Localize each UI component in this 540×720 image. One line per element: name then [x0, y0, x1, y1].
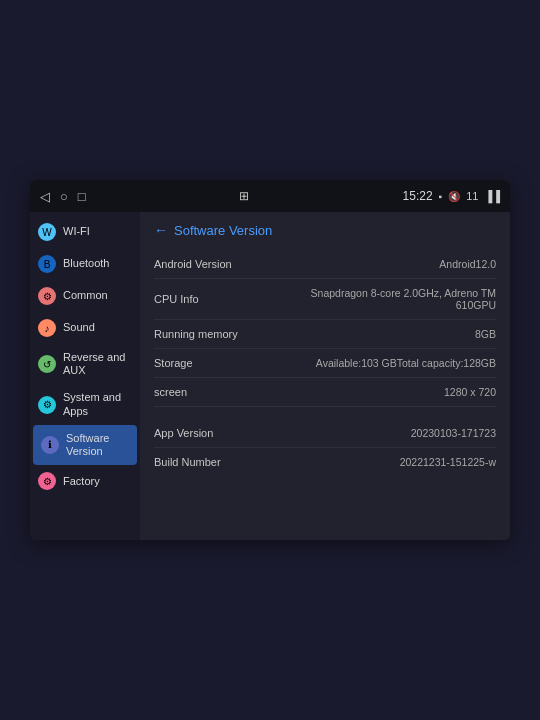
- info-table: Android VersionAndroid12.0CPU InfoSnapdr…: [154, 250, 496, 476]
- sound-label: Sound: [63, 321, 95, 334]
- info-row-android-version: Android VersionAndroid12.0: [154, 250, 496, 279]
- volume-level: 11: [466, 190, 478, 202]
- status-bar-right: 15:22 ▪ 🔇 11 ▐▐: [403, 189, 500, 203]
- common-icon: ⚙: [38, 287, 56, 305]
- content-title: Software Version: [174, 223, 272, 238]
- info-row-cpu-info: CPU InfoSnapdragon 8-core 2.0GHz, Adreno…: [154, 279, 496, 320]
- info-label-1: CPU Info: [154, 293, 244, 305]
- back-nav-button[interactable]: ◁: [40, 189, 50, 204]
- sidebar-item-bluetooth[interactable]: BBluetooth: [30, 248, 140, 280]
- sidebar-item-reverse-aux[interactable]: ↺Reverse and AUX: [30, 344, 140, 384]
- app-switch-icon[interactable]: ⊞: [239, 189, 249, 203]
- reverse-aux-label: Reverse and AUX: [63, 351, 132, 377]
- status-bar: ◁ ○ □ ⊞ 15:22 ▪ 🔇 11 ▐▐: [30, 180, 510, 212]
- sidebar-item-wifi[interactable]: WWI-FI: [30, 216, 140, 248]
- divider-5: [154, 407, 496, 419]
- info-value-6: 20230103-171723: [411, 427, 496, 439]
- info-row-screen: screen1280 x 720: [154, 378, 496, 407]
- content-back-button[interactable]: ←: [154, 222, 168, 238]
- wifi-label: WI-FI: [63, 225, 90, 238]
- info-value-1: Snapdragon 8-core 2.0GHz, Adreno TM 610G…: [276, 287, 496, 311]
- info-row-build-number: Build Number20221231-151225-w: [154, 448, 496, 476]
- sidebar-item-factory[interactable]: ⚙Factory: [30, 465, 140, 497]
- sidebar-item-common[interactable]: ⚙Common: [30, 280, 140, 312]
- bluetooth-icon: B: [38, 255, 56, 273]
- sound-icon: ♪: [38, 319, 56, 337]
- nav-buttons: ◁ ○ □: [40, 189, 86, 204]
- info-label-6: App Version: [154, 427, 244, 439]
- bluetooth-label: Bluetooth: [63, 257, 109, 270]
- signal-icon: ▪: [439, 191, 443, 202]
- mute-icon: 🔇: [448, 191, 460, 202]
- home-nav-button[interactable]: ○: [60, 189, 68, 204]
- sidebar-item-system-apps[interactable]: ⚙System and Apps: [30, 384, 140, 424]
- info-value-0: Android12.0: [439, 258, 496, 270]
- common-label: Common: [63, 289, 108, 302]
- info-label-7: Build Number: [154, 456, 244, 468]
- factory-label: Factory: [63, 475, 100, 488]
- info-row-running-memory: Running memory8GB: [154, 320, 496, 349]
- status-bar-center: ⊞: [239, 189, 249, 203]
- sidebar: WWI-FIBBluetooth⚙Common♪Sound↺Reverse an…: [30, 212, 140, 540]
- wifi-icon: W: [38, 223, 56, 241]
- battery-icon: ▐▐: [484, 190, 500, 202]
- content-header: ← Software Version: [154, 222, 496, 238]
- system-apps-icon: ⚙: [38, 396, 56, 414]
- info-row-app-version: App Version20230103-171723: [154, 419, 496, 448]
- info-label-3: Storage: [154, 357, 244, 369]
- info-value-3: Available:103 GBTotal capacity:128GB: [316, 357, 496, 369]
- info-value-4: 1280 x 720: [444, 386, 496, 398]
- system-apps-label: System and Apps: [63, 391, 132, 417]
- reverse-aux-icon: ↺: [38, 355, 56, 373]
- info-label-4: screen: [154, 386, 244, 398]
- info-value-7: 20221231-151225-w: [400, 456, 496, 468]
- factory-icon: ⚙: [38, 472, 56, 490]
- device-frame: ◁ ○ □ ⊞ 15:22 ▪ 🔇 11 ▐▐ WWI-FIBBluetooth…: [30, 180, 510, 540]
- time-display: 15:22: [403, 189, 433, 203]
- info-label-2: Running memory: [154, 328, 244, 340]
- main-area: WWI-FIBBluetooth⚙Common♪Sound↺Reverse an…: [30, 212, 510, 540]
- info-value-2: 8GB: [475, 328, 496, 340]
- recent-nav-button[interactable]: □: [78, 189, 86, 204]
- sidebar-item-sound[interactable]: ♪Sound: [30, 312, 140, 344]
- info-row-storage: StorageAvailable:103 GBTotal capacity:12…: [154, 349, 496, 378]
- software-version-label: Software Version: [66, 432, 129, 458]
- sidebar-item-software-version[interactable]: ℹSoftware Version: [33, 425, 137, 465]
- content-panel: ← Software Version Android VersionAndroi…: [140, 212, 510, 540]
- info-label-0: Android Version: [154, 258, 244, 270]
- software-version-icon: ℹ: [41, 436, 59, 454]
